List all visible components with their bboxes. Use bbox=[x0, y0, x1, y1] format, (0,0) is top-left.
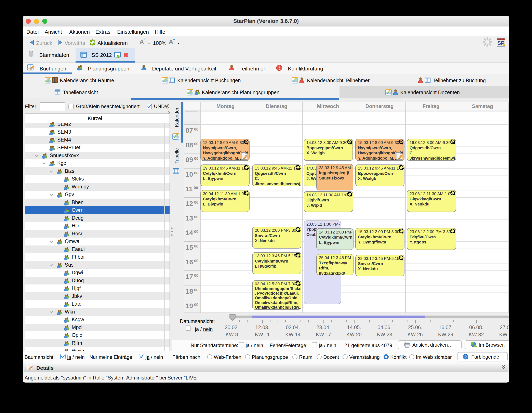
svg-text:A: A bbox=[169, 38, 173, 45]
svg-text:A: A bbox=[139, 38, 144, 45]
svg-text:?: ? bbox=[465, 355, 467, 359]
